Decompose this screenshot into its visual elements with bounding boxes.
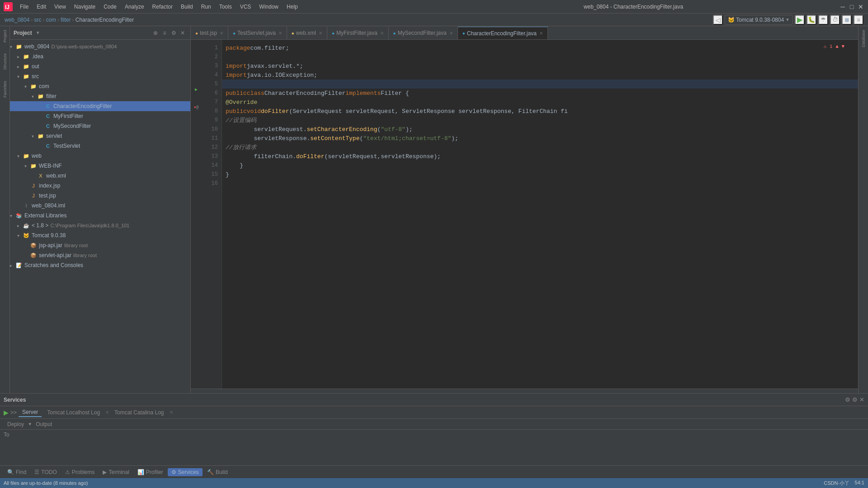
menu-item-vcs[interactable]: VCS (236, 2, 255, 11)
deploy-arrow[interactable]: ▼ (28, 422, 32, 427)
tree-item-web_0804[interactable]: ▾📁web_0804D:\java-web-space\web_0804 (10, 42, 190, 52)
code-content[interactable]: package com.filter; import javax.servlet… (222, 40, 858, 389)
toolbar-btn-find[interactable]: 🔍Find (4, 468, 30, 476)
tab-close-icon[interactable]: ✕ (449, 31, 453, 36)
menu-item-window[interactable]: Window (255, 2, 282, 11)
tree-arrow[interactable]: ▾ (17, 154, 23, 159)
breadcrumb-filter[interactable]: filter (61, 17, 71, 23)
subtab-output[interactable]: Output (32, 420, 56, 428)
tree-arrow[interactable]: ▾ (32, 94, 37, 99)
toolbar-btn-problems[interactable]: ⚠Problems (61, 468, 99, 476)
toolbar-btn-build[interactable]: 🔨Build (203, 468, 231, 476)
breadcrumb-src[interactable]: src (34, 17, 41, 23)
tree-arrow[interactable]: ▸ (17, 54, 23, 59)
database-icon[interactable]: Database (861, 30, 866, 47)
services-settings-icon[interactable]: ⚙ (845, 396, 850, 403)
maximize-button[interactable]: □ (848, 3, 855, 10)
tree-arrow[interactable]: ▾ (10, 44, 15, 49)
minimize-button[interactable]: ─ (839, 3, 846, 10)
tree-arrow[interactable]: ▾ (24, 84, 30, 89)
stop-button[interactable]: ◼ (842, 15, 852, 25)
services-tab-server[interactable]: Server (19, 408, 42, 417)
navigate-back-button[interactable]: ◁ (713, 15, 723, 25)
debug-button[interactable]: 🐛 (807, 15, 816, 25)
toolbar-settings[interactable]: ≡ (854, 15, 863, 25)
tree-item-com[interactable]: ▾📁com (10, 81, 190, 91)
tab-MySecondFilter.java[interactable]: ● MySecondFilter.java ✕ (389, 27, 458, 39)
tree-arrow[interactable]: ▾ (32, 134, 37, 139)
services-tab-localhost-log[interactable]: Tomcat Localhost Log (43, 408, 104, 417)
horizontal-scrollbar[interactable] (191, 389, 858, 393)
coverage-button[interactable]: ☂ (818, 15, 828, 25)
services-gear-icon[interactable]: ⚙ (852, 396, 858, 403)
tab-close-icon[interactable]: ✕ (539, 31, 543, 36)
tree-item-servlet[interactable]: ▾📁servlet (10, 131, 190, 141)
tab-close-icon[interactable]: ✕ (278, 31, 282, 36)
panel-expand-icon[interactable]: ≡ (160, 29, 169, 37)
tab-TestServlet.java[interactable]: ● TestServlet.java ✕ (228, 27, 287, 39)
tree-arrow[interactable]: ▾ (10, 213, 15, 218)
subtab-deploy[interactable]: Deploy (4, 420, 28, 428)
tree-arrow[interactable]: ▾ (17, 233, 23, 238)
menu-item-help[interactable]: Help (283, 2, 302, 11)
tab-close-icon[interactable]: ✕ (220, 31, 223, 36)
tree-item-src[interactable]: ▾📁src (10, 71, 190, 81)
panel-locate-icon[interactable]: ⊕ (151, 29, 160, 37)
tree-item-TestServlet[interactable]: CTestServlet (10, 141, 190, 151)
tree-item-java18[interactable]: ▸☕< 1.8 >C:\Program Files\Java\jdk1.8.0_… (10, 221, 190, 230)
tree-arrow[interactable]: ▸ (10, 263, 15, 268)
menu-item-tools[interactable]: Tools (216, 2, 236, 11)
tree-item-index.jsp[interactable]: Jindex.jsp (10, 181, 190, 191)
favorites-icon[interactable]: Favorites (3, 81, 7, 98)
tab-web.xml[interactable]: ● web.xml ✕ (287, 27, 327, 39)
tree-item-MyFirstFilter[interactable]: CMyFirstFilter (10, 111, 190, 121)
tree-item-filter[interactable]: ▾📁filter (10, 91, 190, 101)
tree-arrow[interactable]: ▸ (17, 223, 23, 228)
tree-item-Tomcat938[interactable]: ▾🐱Tomcat 9.0.38 (10, 230, 190, 240)
tree-item-web_0804.iml[interactable]: Iweb_0804.iml (10, 201, 190, 211)
close-button[interactable]: ✕ (857, 3, 864, 10)
menu-item-navigate[interactable]: Navigate (71, 2, 99, 11)
tree-item-web.xml[interactable]: Xweb.xml (10, 171, 190, 181)
tab-CharacterEncodingFilter.java[interactable]: ● CharacterEncodingFilter.java ✕ (458, 27, 548, 39)
toolbar-btn-terminal[interactable]: ▶Terminal (99, 468, 132, 476)
menu-item-file[interactable]: File (16, 2, 32, 11)
tree-item-WEB-INF[interactable]: ▾📁WEB-INF (10, 161, 190, 171)
menu-item-build[interactable]: Build (177, 2, 197, 11)
tree-item-MySecondFilter[interactable]: CMySecondFilter (10, 121, 190, 131)
tree-item-jsp-api.jar[interactable]: 📦jsp-api.jarlibrary root (10, 240, 190, 250)
structure-icon[interactable]: Structure (3, 53, 7, 70)
menu-item-analyze[interactable]: Analyze (121, 2, 148, 11)
menu-item-edit[interactable]: Edit (33, 2, 50, 11)
panel-settings-icon[interactable]: ⚙ (170, 29, 178, 37)
tree-item-CharacterEncodingFilter[interactable]: CCharacterEncodingFilter (10, 101, 190, 111)
menu-item-view[interactable]: View (51, 2, 70, 11)
tab-close-icon[interactable]: ✕ (380, 31, 384, 36)
tree-item-out[interactable]: ▸📁out (10, 61, 190, 71)
expand-services-icon[interactable]: >> (10, 409, 17, 416)
catalina-log-close[interactable]: ✕ (170, 410, 173, 415)
tree-arrow[interactable]: ▾ (24, 164, 30, 169)
tree-item-Scratches[interactable]: ▸📝Scratches and Consoles (10, 260, 190, 270)
menu-item-refactor[interactable]: Refactor (149, 2, 176, 11)
tree-item-External Libraries[interactable]: ▾📚External Libraries (10, 211, 190, 221)
breadcrumb-com[interactable]: com (46, 17, 56, 23)
breadcrumb-file[interactable]: CharacterEncodingFilter (75, 17, 134, 23)
panel-close-icon[interactable]: ✕ (179, 29, 187, 37)
tab-close-icon[interactable]: ✕ (319, 31, 322, 36)
tree-item-web[interactable]: ▾📁web (10, 151, 190, 161)
tree-item-servlet-api.jar[interactable]: 📦servlet-api.jarlibrary root (10, 250, 190, 260)
menu-item-run[interactable]: Run (198, 2, 215, 11)
tree-arrow[interactable]: ▸ (17, 64, 23, 69)
tree-arrow[interactable]: ▾ (17, 74, 23, 79)
toolbar-btn-services[interactable]: ⚙Services (168, 468, 203, 476)
tab-MyFirstFilter.java[interactable]: ● MyFirstFilter.java ✕ (327, 27, 389, 39)
tree-item-test.jsp[interactable]: Jtest.jsp (10, 191, 190, 201)
breadcrumb-project[interactable]: web_0804 (5, 17, 29, 23)
toolbar-btn-profiler[interactable]: 📊Profiler (134, 468, 167, 476)
menu-item-code[interactable]: Code (100, 2, 120, 11)
project-icon[interactable]: Project (3, 30, 7, 42)
services-close-icon[interactable]: ✕ (859, 396, 864, 403)
profile-button[interactable]: ⏱ (830, 15, 840, 25)
tree-item-idea[interactable]: ▸📁.idea (10, 52, 190, 61)
